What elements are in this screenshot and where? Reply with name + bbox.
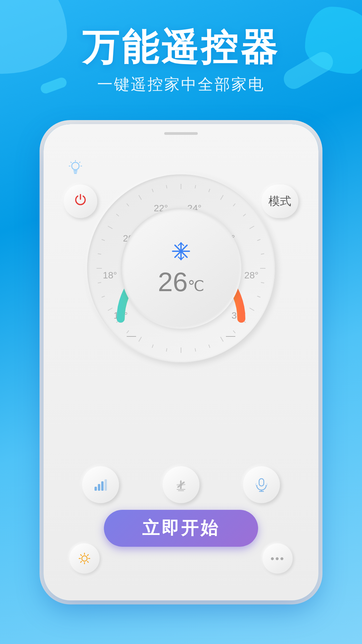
svg-line-76 [87, 561, 88, 562]
svg-rect-61 [98, 484, 100, 491]
bulb-icon [68, 160, 83, 179]
svg-rect-67 [259, 479, 264, 486]
signal-bars-icon [93, 477, 108, 492]
header: 万能遥控器 一键遥控家中全部家电 [0, 0, 362, 95]
bottom-icons-row: ••• [60, 543, 302, 574]
svg-line-78 [80, 561, 81, 562]
start-label: 立即开始 [142, 517, 220, 540]
svg-point-70 [82, 556, 87, 561]
snowflake-icon [171, 241, 191, 266]
dots-icon: ••• [270, 552, 285, 565]
svg-point-64 [180, 483, 182, 486]
wind-speed-button[interactable] [82, 466, 119, 503]
fan-swing-button[interactable] [163, 466, 199, 503]
svg-point-0 [72, 162, 79, 170]
main-title: 万能遥控器 [0, 27, 362, 67]
voice-button[interactable] [243, 466, 280, 503]
svg-line-75 [80, 555, 81, 556]
svg-line-77 [87, 555, 88, 556]
temperature-display: 26℃ [158, 269, 204, 296]
phone-body: 模式 [44, 124, 318, 600]
more-button[interactable]: ••• [262, 543, 293, 574]
thermostat-dial[interactable]: 16° 18° 20° 22° 24° 26° 28° [87, 174, 275, 362]
timer-button[interactable] [69, 543, 100, 574]
bulb-icon-wrap[interactable] [64, 158, 87, 181]
phone-speaker [164, 132, 198, 135]
fan-icon [174, 477, 188, 492]
remote-control: 模式 [60, 148, 302, 580]
microphone-icon [253, 477, 269, 493]
svg-rect-60 [95, 487, 97, 491]
power-icon [73, 193, 87, 210]
bottom-controls [60, 466, 302, 503]
start-button[interactable]: 立即开始 [104, 510, 258, 547]
svg-rect-63 [105, 479, 107, 491]
sub-title: 一键遥控家中全部家电 [0, 74, 362, 95]
svg-line-2 [79, 162, 80, 163]
svg-rect-62 [101, 481, 104, 491]
inner-display: 26℃ [121, 208, 241, 329]
svg-line-3 [71, 162, 71, 163]
sun-icon [78, 552, 91, 565]
phone-mockup: 模式 [44, 124, 318, 600]
